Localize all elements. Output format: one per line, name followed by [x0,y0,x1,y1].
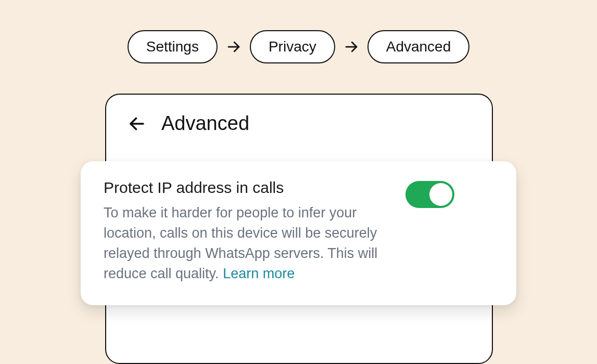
learn-more-link[interactable]: Learn more [223,266,295,281]
breadcrumb: Settings Privacy Advanced [0,30,597,63]
back-button[interactable] [126,113,148,135]
setting-title: Protect IP address in calls [104,179,385,197]
protect-ip-toggle[interactable] [405,181,454,208]
setting-card-protect-ip: Protect IP address in calls To make it h… [81,161,516,305]
setting-text: Protect IP address in calls To make it h… [104,179,385,284]
screen-header: Advanced [126,112,472,135]
breadcrumb-item-privacy[interactable]: Privacy [250,30,335,63]
breadcrumb-item-advanced[interactable]: Advanced [367,30,470,63]
arrow-right-icon [344,39,359,55]
arrow-right-icon [226,39,242,55]
toggle-knob [429,183,452,206]
breadcrumb-item-settings[interactable]: Settings [128,30,218,63]
setting-description: To make it harder for people to infer yo… [104,203,385,284]
screen-title: Advanced [161,112,249,135]
arrow-left-icon [128,114,146,133]
